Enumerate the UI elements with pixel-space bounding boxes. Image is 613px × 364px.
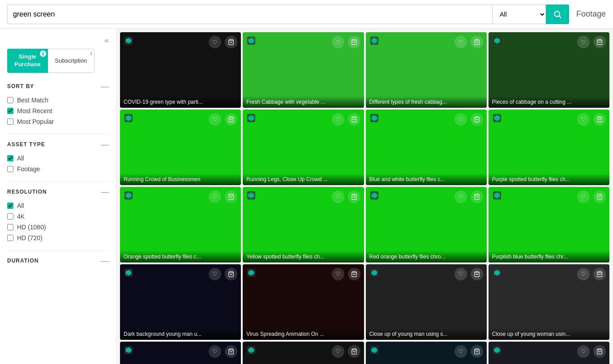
card-cart-btn-9[interactable] <box>225 190 237 203</box>
card-heart-btn-14[interactable]: ♡ <box>332 268 344 280</box>
card-heart-btn-3[interactable]: ♡ <box>454 36 467 48</box>
card-heart-btn-11[interactable]: ♡ <box>454 190 467 203</box>
resolution-720[interactable]: HD (720) <box>7 234 109 241</box>
card-heart-btn-13[interactable]: ♡ <box>209 268 221 280</box>
card-cart-btn-10[interactable] <box>348 190 360 203</box>
grid-card-4[interactable]: ♡ Pieces of cabbage on a cutting ... <box>489 32 609 108</box>
resolution-4k[interactable]: 4K <box>7 213 109 220</box>
sort-most-recent-checkbox[interactable] <box>7 108 13 114</box>
sort-most-popular-checkbox[interactable] <box>7 119 13 125</box>
purchase-tabs: SinglePurchase ℹ Subscription ℹ <box>7 49 109 73</box>
card-icons-18: ♡ <box>332 345 360 358</box>
resolution-all[interactable]: All <box>7 202 109 209</box>
grid-card-12[interactable]: ♡ Purplish blue butterfly flies chr... <box>489 187 609 262</box>
grid-card-7[interactable]: ♡ Blue and white butterfly flies c... <box>366 110 487 185</box>
card-heart-btn-16[interactable]: ♡ <box>577 268 590 280</box>
resolution-collapse-icon[interactable]: — <box>101 187 109 197</box>
card-cart-btn-12[interactable] <box>593 190 606 203</box>
resolution-4k-checkbox[interactable] <box>7 213 13 220</box>
card-heart-btn-9[interactable]: ♡ <box>209 190 221 203</box>
resolution-hd1080-label: HD (1080) <box>17 224 46 231</box>
asset-type-collapse-icon[interactable]: — <box>101 140 109 149</box>
card-cart-btn-5[interactable] <box>225 113 237 126</box>
asset-type-all[interactable]: All <box>7 155 109 162</box>
sort-most-popular[interactable]: Most Popular <box>7 118 109 125</box>
card-cart-btn-11[interactable] <box>471 190 483 203</box>
asset-type-footage[interactable]: Footage <box>7 165 109 173</box>
card-heart-btn-12[interactable]: ♡ <box>577 190 590 203</box>
card-cart-btn-8[interactable] <box>593 113 606 126</box>
grid-card-19[interactable]: ♡ <box>366 342 487 364</box>
card-heart-btn-7[interactable]: ♡ <box>454 113 467 126</box>
resolution-1080[interactable]: HD (1080) <box>7 224 109 231</box>
collapse-button[interactable]: « <box>104 36 109 45</box>
sort-most-recent[interactable]: Most Recent <box>7 107 109 114</box>
grid-card-6[interactable]: ♡ Running Legs, Close Up Crowd ... <box>243 110 364 185</box>
card-cart-btn-19[interactable] <box>471 345 483 358</box>
card-heart-btn-15[interactable]: ♡ <box>454 268 467 280</box>
card-icons-9: ♡ <box>209 190 237 203</box>
card-cart-btn-20[interactable] <box>593 345 606 358</box>
grid-card-18[interactable]: ♡ <box>243 342 364 364</box>
card-cart-btn-3[interactable] <box>471 36 483 48</box>
card-title-5: Running Crowd of Businessmen <box>120 174 241 185</box>
card-heart-btn-2[interactable]: ♡ <box>332 36 344 48</box>
card-heart-btn-6[interactable]: ♡ <box>332 113 344 126</box>
card-cart-btn-4[interactable] <box>593 36 606 48</box>
sort-best-match[interactable]: Best Match <box>7 97 109 104</box>
sort-by-header: SORT BY — <box>7 82 109 91</box>
card-logo-20 <box>492 345 502 355</box>
card-heart-btn-19[interactable]: ♡ <box>454 345 467 358</box>
card-cart-btn-13[interactable] <box>225 268 237 280</box>
card-cart-btn-15[interactable] <box>471 268 483 280</box>
asset-footage-checkbox[interactable] <box>7 166 13 172</box>
grid-card-2[interactable]: ♡ Fresh Cabbage with vegetable ... <box>243 32 364 108</box>
duration-collapse-icon[interactable]: — <box>101 256 109 266</box>
asset-all-checkbox[interactable] <box>7 155 13 161</box>
card-cart-btn-16[interactable] <box>593 268 606 280</box>
card-heart-btn-1[interactable]: ♡ <box>209 36 221 48</box>
grid-card-1[interactable]: ♡ COVID-19 green type with parti... <box>120 32 241 108</box>
card-heart-btn-5[interactable]: ♡ <box>209 113 221 126</box>
search-input[interactable] <box>7 4 492 24</box>
grid-card-9[interactable]: ♡ Orange spotted butterfly flies c... <box>120 187 241 262</box>
grid-card-5[interactable]: ♡ Running Crowd of Businessmen <box>120 110 241 185</box>
card-heart-btn-8[interactable]: ♡ <box>577 113 590 126</box>
grid-card-16[interactable]: ♡ Close up of young woman usin... <box>489 264 609 340</box>
card-heart-btn-10[interactable]: ♡ <box>332 190 344 203</box>
tab-subscription[interactable]: Subscription ℹ <box>48 49 95 73</box>
grid-card-8[interactable]: ♡ Purple spotted butterfly flies ch... <box>489 110 609 185</box>
grid-card-3[interactable]: ♡ Different types of fresh cabbag... <box>366 32 487 108</box>
card-cart-btn-14[interactable] <box>348 268 360 280</box>
card-cart-btn-17[interactable] <box>225 345 237 358</box>
card-cart-btn-7[interactable] <box>471 113 483 126</box>
card-cart-btn-1[interactable] <box>225 36 237 48</box>
sort-by-collapse-icon[interactable]: — <box>101 82 109 91</box>
duration-header: DURATION — <box>7 256 109 266</box>
grid-card-10[interactable]: ♡ Yellow spotted butterfly flies ch... <box>243 187 364 262</box>
grid-card-13[interactable]: ♡ Dark background young man u... <box>120 264 241 340</box>
resolution-all-checkbox[interactable] <box>7 203 13 209</box>
card-heart-btn-4[interactable]: ♡ <box>577 36 590 48</box>
grid-card-15[interactable]: ♡ Close up of young man using s... <box>366 264 487 340</box>
card-heart-btn-17[interactable]: ♡ <box>209 345 221 358</box>
card-heart-btn-18[interactable]: ♡ <box>332 345 344 358</box>
sort-best-match-checkbox[interactable] <box>7 97 13 103</box>
category-select[interactable]: All Footage Images Music SFX <box>492 4 546 24</box>
grid-card-11[interactable]: ♡ Red orange butterfly flies chro... <box>366 187 487 262</box>
search-button[interactable] <box>546 4 569 24</box>
resolution-hd720-checkbox[interactable] <box>7 235 13 241</box>
grid-card-17[interactable]: ♡ <box>120 342 241 364</box>
resolution-hd1080-checkbox[interactable] <box>7 224 13 230</box>
grid-card-20[interactable]: ♡ <box>489 342 609 364</box>
card-cart-btn-2[interactable] <box>348 36 360 48</box>
tab-single-purchase[interactable]: SinglePurchase ℹ <box>7 49 48 73</box>
card-cart-btn-18[interactable] <box>348 345 360 358</box>
card-icons-16: ♡ <box>577 268 606 280</box>
card-cart-btn-6[interactable] <box>348 113 360 126</box>
card-icons-5: ♡ <box>209 113 237 126</box>
tab-single-label: SinglePurchase <box>14 53 41 68</box>
card-heart-btn-20[interactable]: ♡ <box>577 345 590 358</box>
grid-card-14[interactable]: ♡ Virus Spreading Animation On ... <box>243 264 364 340</box>
card-logo-10 <box>246 190 256 200</box>
